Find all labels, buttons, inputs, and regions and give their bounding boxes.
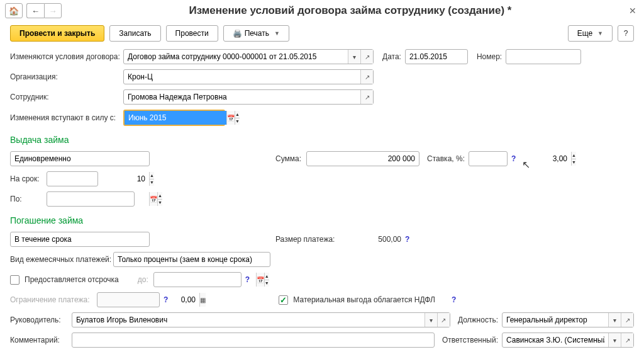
spin-down[interactable]: ▼ xyxy=(157,200,162,207)
open-button[interactable]: ↗ xyxy=(621,313,633,327)
save-button[interactable]: Записать xyxy=(109,25,160,42)
calendar-button[interactable]: 📅 xyxy=(149,192,157,206)
position-label: Должность: xyxy=(458,316,498,324)
dropdown-button[interactable]: ▾ xyxy=(608,333,621,347)
print-icon: 🖨️ xyxy=(233,29,242,38)
window-title: Изменение условий договора займа сотрудн… xyxy=(78,4,623,17)
rate-input[interactable] xyxy=(469,152,571,166)
dropdown-button[interactable]: ▾ xyxy=(608,313,621,327)
limit-help[interactable]: ? xyxy=(160,295,172,304)
payment-value: 500,00 xyxy=(351,235,401,244)
effective-input[interactable] xyxy=(125,111,226,125)
spin-up[interactable]: ▲ xyxy=(157,192,162,200)
contract-input[interactable] xyxy=(124,50,348,64)
manager-label: Руководитель: xyxy=(10,316,72,324)
rate-help[interactable]: ? xyxy=(508,154,519,163)
sum-input[interactable] xyxy=(307,152,419,166)
position-input[interactable] xyxy=(502,313,608,327)
chevron-down-icon: ▼ xyxy=(274,30,280,37)
chevron-down-icon: ▼ xyxy=(597,30,603,37)
dropdown-button[interactable]: ▾ xyxy=(425,313,437,327)
spin-down[interactable]: ▼ xyxy=(235,118,240,125)
limit-label: Ограничение платежа: xyxy=(10,295,97,304)
dropdown-button[interactable]: ▾ xyxy=(348,50,360,64)
open-button[interactable]: ↗ xyxy=(437,313,450,327)
print-button[interactable]: 🖨️ Печать ▼ xyxy=(223,25,289,42)
until-label: По: xyxy=(10,195,47,203)
repay-type-input[interactable] xyxy=(11,232,149,246)
monthly-input[interactable] xyxy=(114,253,270,266)
help-button[interactable]: ? xyxy=(618,25,634,42)
issue-section-title: Выдача займа xyxy=(10,135,634,145)
responsible-input[interactable] xyxy=(502,333,608,347)
rate-label: Ставка, %: xyxy=(427,154,465,163)
open-button[interactable]: ↗ xyxy=(360,90,373,104)
number-input[interactable] xyxy=(506,50,608,64)
ndfl-checkbox[interactable] xyxy=(279,295,288,305)
ndfl-label: Материальная выгода облагается НДФЛ xyxy=(293,295,435,304)
org-input[interactable] xyxy=(124,70,360,84)
post-and-close-button[interactable]: Провести и закрыть xyxy=(10,25,104,42)
spin-up[interactable]: ▲ xyxy=(149,172,154,179)
term-input[interactable] xyxy=(47,172,149,186)
employee-input[interactable] xyxy=(124,90,360,104)
spin-down[interactable]: ▼ xyxy=(149,179,154,186)
payment-label: Размер платежа: xyxy=(275,235,351,244)
deferral-checkbox[interactable] xyxy=(10,275,19,285)
ndfl-help[interactable]: ? xyxy=(448,295,460,304)
deferral-label: Предоставляется отсрочка xyxy=(25,275,119,284)
comment-label: Комментарий: xyxy=(10,336,72,344)
forward-button[interactable]: → xyxy=(44,3,62,18)
contract-label: Изменяются условия договора: xyxy=(10,52,123,61)
post-button[interactable]: Провести xyxy=(166,25,218,42)
calc-button[interactable]: ▦ xyxy=(199,293,206,307)
spin-up[interactable]: ▲ xyxy=(571,152,576,159)
limit-input[interactable] xyxy=(97,293,199,307)
until-input[interactable] xyxy=(47,192,149,206)
org-label: Организация: xyxy=(10,72,123,81)
spin-down[interactable]: ▼ xyxy=(571,159,576,166)
spin-up[interactable]: ▲ xyxy=(264,273,269,280)
deferral-until-input[interactable] xyxy=(154,273,256,287)
open-button[interactable]: ↗ xyxy=(360,50,373,64)
effective-label: Изменения вступают в силу с: xyxy=(10,113,123,122)
monthly-label: Вид ежемесячных платежей: xyxy=(10,255,113,264)
payment-help[interactable]: ? xyxy=(401,235,413,244)
sum-label: Сумма: xyxy=(275,154,301,163)
responsible-label: Ответственный: xyxy=(442,336,498,344)
calendar-button[interactable]: 📅 xyxy=(226,111,235,125)
comment-input[interactable] xyxy=(72,333,434,347)
more-button[interactable]: Еще ▼ xyxy=(568,25,613,42)
date-label: Дата: xyxy=(382,52,401,61)
deferral-until-label: до: xyxy=(138,275,148,284)
home-button[interactable]: 🏠 xyxy=(5,3,23,18)
manager-input[interactable] xyxy=(72,313,425,327)
calendar-button[interactable]: 📅 xyxy=(256,273,264,287)
deferral-help[interactable]: ? xyxy=(242,275,253,284)
repay-section-title: Погашение займа xyxy=(10,215,634,225)
spin-up[interactable]: ▲ xyxy=(235,111,240,118)
open-button[interactable]: ↗ xyxy=(621,333,633,347)
back-button[interactable]: ← xyxy=(26,3,44,18)
employee-label: Сотрудник: xyxy=(10,93,123,101)
close-button[interactable]: ✕ xyxy=(626,3,639,18)
spin-down[interactable]: ▼ xyxy=(264,280,269,287)
issue-type-input[interactable] xyxy=(11,152,149,166)
term-label: На срок: xyxy=(10,174,47,183)
open-button[interactable]: ↗ xyxy=(360,70,373,84)
number-label: Номер: xyxy=(477,52,502,61)
